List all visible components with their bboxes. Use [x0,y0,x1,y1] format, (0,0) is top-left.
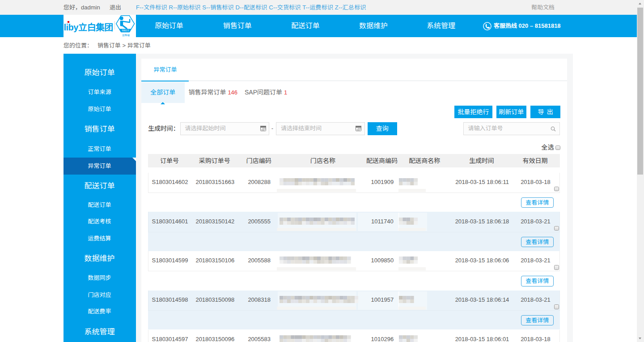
svg-text:销售3.0: 销售3.0 [122,29,129,31]
